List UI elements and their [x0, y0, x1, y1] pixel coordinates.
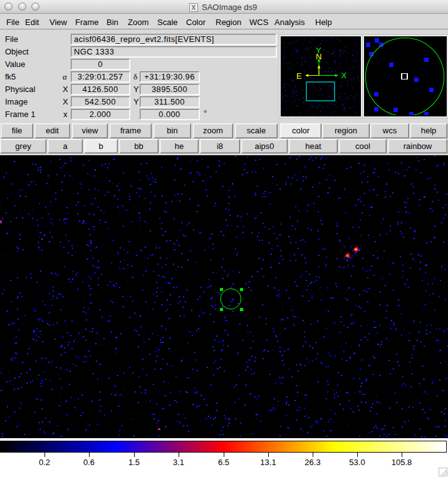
- svg-text:N: N: [316, 52, 321, 61]
- svg-text:X: X: [341, 71, 347, 80]
- svg-text:E: E: [296, 71, 302, 81]
